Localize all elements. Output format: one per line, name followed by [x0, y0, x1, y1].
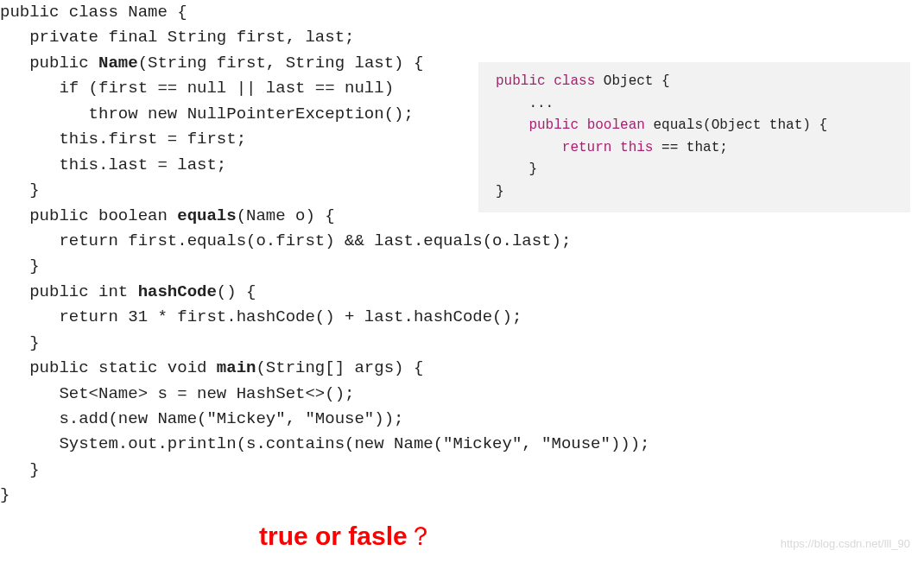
code-method-name: main	[217, 358, 256, 377]
keyword: public	[496, 73, 546, 89]
code-line: }	[0, 485, 9, 504]
keyword: this	[620, 140, 653, 155]
code-text: ...	[496, 96, 554, 111]
keyword: boolean	[587, 117, 645, 133]
code-line: throw new NullPointerException();	[0, 104, 414, 123]
code-text	[496, 117, 528, 133]
code-method-name: equals	[177, 206, 236, 225]
code-line: System.out.println(s.contains(new Name("…	[0, 434, 650, 453]
code-line: this.last = last;	[0, 155, 226, 174]
inset-code-block: public class Object { ... public boolean…	[478, 62, 910, 212]
code-line: s.add(new Name("Mickey", "Mouse"));	[0, 409, 403, 428]
watermark-text: https://blog.csdn.net/lll_90	[781, 535, 910, 553]
code-line: }	[0, 180, 40, 199]
code-line: }	[0, 256, 40, 275]
code-line: public class Name {	[0, 3, 187, 22]
code-line: }	[0, 333, 40, 352]
code-line: (String first, String last) {	[138, 54, 424, 73]
code-line: return 31 * first.hashCode() + last.hash…	[0, 307, 522, 326]
code-line: }	[0, 460, 40, 479]
code-line: public int	[0, 282, 138, 301]
code-text: }	[496, 184, 504, 199]
question-text: true or fasle？	[259, 516, 434, 557]
code-text: Object {	[595, 73, 669, 89]
code-text: equals(Object that) {	[645, 117, 827, 133]
code-line: Set<Name> s = new HashSet<>();	[0, 384, 354, 403]
code-line: public static void	[0, 358, 217, 377]
code-line: return first.equals(o.first) && last.equ…	[0, 231, 571, 250]
question-words: true or fasle	[259, 522, 408, 550]
code-method-name: Name	[98, 54, 138, 73]
code-method-name: hashCode	[138, 282, 217, 301]
question-mark: ？	[408, 522, 434, 550]
keyword: return	[562, 140, 612, 155]
keyword: public	[528, 117, 579, 133]
code-line: this.first = first;	[0, 130, 246, 149]
code-text	[496, 140, 562, 155]
code-text: }	[496, 161, 537, 177]
code-line: (Name o) {	[237, 206, 335, 225]
code-line: public	[0, 54, 98, 73]
code-line: () {	[217, 282, 256, 301]
code-line: private final String first, last;	[0, 28, 354, 47]
code-line: (String[] args) {	[256, 358, 423, 377]
code-text: == that;	[653, 140, 727, 155]
keyword: class	[554, 73, 595, 89]
code-line: public boolean	[0, 206, 177, 225]
code-line: if (first == null || last == null)	[0, 79, 394, 98]
